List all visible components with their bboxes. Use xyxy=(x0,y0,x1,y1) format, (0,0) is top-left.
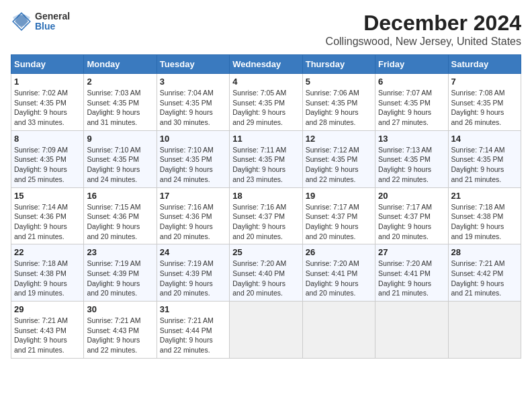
calendar-title: December 2024 xyxy=(326,11,521,36)
calendar-cell: 10Sunrise: 7:10 AMSunset: 4:35 PMDayligh… xyxy=(157,130,229,187)
day-number: 12 xyxy=(306,134,372,144)
day-info: Sunrise: 7:14 AMSunset: 4:36 PMDaylight:… xyxy=(14,202,81,242)
day-info: Sunrise: 7:10 AMSunset: 4:35 PMDaylight:… xyxy=(87,145,153,185)
calendar-cell: 22Sunrise: 7:18 AMSunset: 4:38 PMDayligh… xyxy=(11,244,84,302)
logo: General Blue xyxy=(11,11,70,32)
day-info: Sunrise: 7:10 AMSunset: 4:35 PMDaylight:… xyxy=(160,145,226,185)
day-number: 22 xyxy=(14,247,81,257)
day-info: Sunrise: 7:21 AMSunset: 4:43 PMDaylight:… xyxy=(14,316,81,355)
day-number: 29 xyxy=(14,304,81,314)
day-info: Sunrise: 7:07 AMSunset: 4:35 PMDaylight:… xyxy=(378,88,445,128)
calendar-cell: 12Sunrise: 7:12 AMSunset: 4:35 PMDayligh… xyxy=(302,130,375,187)
day-info: Sunrise: 7:21 AMSunset: 4:42 PMDaylight:… xyxy=(451,259,518,298)
day-info: Sunrise: 7:20 AMSunset: 4:40 PMDaylight:… xyxy=(232,259,299,298)
calendar-header-wednesday: Wednesday xyxy=(230,55,302,74)
calendar-header-sunday: Sunday xyxy=(11,55,84,74)
day-number: 18 xyxy=(232,191,299,201)
day-number: 14 xyxy=(451,134,518,144)
calendar-table: SundayMondayTuesdayWednesdayThursdayFrid… xyxy=(11,54,521,359)
day-info: Sunrise: 7:17 AMSunset: 4:37 PMDaylight:… xyxy=(306,202,372,242)
logo-icon xyxy=(11,11,32,32)
day-info: Sunrise: 7:17 AMSunset: 4:37 PMDaylight:… xyxy=(378,202,445,242)
day-number: 31 xyxy=(160,304,226,314)
day-info: Sunrise: 7:19 AMSunset: 4:39 PMDaylight:… xyxy=(160,259,226,298)
day-number: 8 xyxy=(14,134,81,144)
calendar-cell: 30Sunrise: 7:21 AMSunset: 4:43 PMDayligh… xyxy=(84,302,157,359)
day-number: 5 xyxy=(306,77,372,87)
day-info: Sunrise: 7:18 AMSunset: 4:38 PMDaylight:… xyxy=(451,202,518,242)
calendar-cell: 6Sunrise: 7:07 AMSunset: 4:35 PMDaylight… xyxy=(375,74,448,131)
calendar-cell: 31Sunrise: 7:21 AMSunset: 4:44 PMDayligh… xyxy=(157,302,229,359)
day-number: 2 xyxy=(87,77,153,87)
calendar-header-monday: Monday xyxy=(84,55,157,74)
calendar-cell: 7Sunrise: 7:08 AMSunset: 4:35 PMDaylight… xyxy=(448,74,521,131)
calendar-header-tuesday: Tuesday xyxy=(157,55,229,74)
calendar-cell: 28Sunrise: 7:21 AMSunset: 4:42 PMDayligh… xyxy=(448,244,521,302)
day-number: 10 xyxy=(160,134,226,144)
day-number: 21 xyxy=(451,191,518,201)
calendar-cell: 17Sunrise: 7:16 AMSunset: 4:36 PMDayligh… xyxy=(157,187,229,244)
day-number: 15 xyxy=(14,191,81,201)
calendar-cell: 23Sunrise: 7:19 AMSunset: 4:39 PMDayligh… xyxy=(84,244,157,302)
calendar-cell xyxy=(375,302,448,359)
day-info: Sunrise: 7:21 AMSunset: 4:44 PMDaylight:… xyxy=(160,316,226,355)
calendar-cell: 13Sunrise: 7:13 AMSunset: 4:35 PMDayligh… xyxy=(375,130,448,187)
calendar-cell: 5Sunrise: 7:06 AMSunset: 4:35 PMDaylight… xyxy=(302,74,375,131)
calendar-cell: 4Sunrise: 7:05 AMSunset: 4:35 PMDaylight… xyxy=(230,74,302,131)
day-info: Sunrise: 7:03 AMSunset: 4:35 PMDaylight:… xyxy=(87,88,153,128)
page-header: General Blue December 2024 Collingswood,… xyxy=(11,11,521,48)
day-info: Sunrise: 7:14 AMSunset: 4:35 PMDaylight:… xyxy=(451,145,518,185)
day-info: Sunrise: 7:16 AMSunset: 4:36 PMDaylight:… xyxy=(160,202,226,242)
day-number: 9 xyxy=(87,134,153,144)
day-number: 16 xyxy=(87,191,153,201)
calendar-cell: 9Sunrise: 7:10 AMSunset: 4:35 PMDaylight… xyxy=(84,130,157,187)
calendar-cell: 3Sunrise: 7:04 AMSunset: 4:35 PMDaylight… xyxy=(157,74,229,131)
calendar-week-row: 1Sunrise: 7:02 AMSunset: 4:35 PMDaylight… xyxy=(11,74,521,131)
calendar-week-row: 15Sunrise: 7:14 AMSunset: 4:36 PMDayligh… xyxy=(11,187,521,244)
day-number: 19 xyxy=(306,191,372,201)
calendar-cell: 1Sunrise: 7:02 AMSunset: 4:35 PMDaylight… xyxy=(11,74,84,131)
logo-text: General Blue xyxy=(35,11,70,32)
calendar-cell: 18Sunrise: 7:16 AMSunset: 4:37 PMDayligh… xyxy=(230,187,302,244)
day-number: 25 xyxy=(232,247,299,257)
calendar-header-thursday: Thursday xyxy=(302,55,375,74)
calendar-cell: 11Sunrise: 7:11 AMSunset: 4:35 PMDayligh… xyxy=(230,130,302,187)
day-number: 1 xyxy=(14,77,81,87)
calendar-week-row: 29Sunrise: 7:21 AMSunset: 4:43 PMDayligh… xyxy=(11,302,521,359)
day-info: Sunrise: 7:13 AMSunset: 4:35 PMDaylight:… xyxy=(378,145,445,185)
calendar-cell xyxy=(230,302,302,359)
day-number: 20 xyxy=(378,191,445,201)
day-info: Sunrise: 7:18 AMSunset: 4:38 PMDaylight:… xyxy=(14,259,81,298)
calendar-cell: 20Sunrise: 7:17 AMSunset: 4:37 PMDayligh… xyxy=(375,187,448,244)
calendar-cell xyxy=(302,302,375,359)
calendar-cell: 24Sunrise: 7:19 AMSunset: 4:39 PMDayligh… xyxy=(157,244,229,302)
day-number: 17 xyxy=(160,191,226,201)
calendar-header-saturday: Saturday xyxy=(448,55,521,74)
day-info: Sunrise: 7:16 AMSunset: 4:37 PMDaylight:… xyxy=(232,202,299,242)
day-info: Sunrise: 7:09 AMSunset: 4:35 PMDaylight:… xyxy=(14,145,81,185)
day-info: Sunrise: 7:21 AMSunset: 4:43 PMDaylight:… xyxy=(87,316,153,355)
day-info: Sunrise: 7:02 AMSunset: 4:35 PMDaylight:… xyxy=(14,88,81,128)
day-info: Sunrise: 7:12 AMSunset: 4:35 PMDaylight:… xyxy=(306,145,372,185)
day-info: Sunrise: 7:15 AMSunset: 4:36 PMDaylight:… xyxy=(87,202,153,242)
calendar-cell: 26Sunrise: 7:20 AMSunset: 4:41 PMDayligh… xyxy=(302,244,375,302)
calendar-cell: 25Sunrise: 7:20 AMSunset: 4:40 PMDayligh… xyxy=(230,244,302,302)
calendar-cell: 15Sunrise: 7:14 AMSunset: 4:36 PMDayligh… xyxy=(11,187,84,244)
calendar-header-row: SundayMondayTuesdayWednesdayThursdayFrid… xyxy=(11,55,521,74)
day-number: 23 xyxy=(87,247,153,257)
calendar-cell xyxy=(448,302,521,359)
calendar-week-row: 22Sunrise: 7:18 AMSunset: 4:38 PMDayligh… xyxy=(11,244,521,302)
calendar-cell: 14Sunrise: 7:14 AMSunset: 4:35 PMDayligh… xyxy=(448,130,521,187)
day-info: Sunrise: 7:20 AMSunset: 4:41 PMDaylight:… xyxy=(378,259,445,298)
day-info: Sunrise: 7:06 AMSunset: 4:35 PMDaylight:… xyxy=(306,88,372,128)
logo-line1: General xyxy=(35,11,70,21)
day-number: 27 xyxy=(378,247,445,257)
day-number: 13 xyxy=(378,134,445,144)
day-info: Sunrise: 7:05 AMSunset: 4:35 PMDaylight:… xyxy=(232,88,299,128)
calendar-cell: 19Sunrise: 7:17 AMSunset: 4:37 PMDayligh… xyxy=(302,187,375,244)
calendar-cell: 29Sunrise: 7:21 AMSunset: 4:43 PMDayligh… xyxy=(11,302,84,359)
calendar-subtitle: Collingswood, New Jersey, United States xyxy=(326,36,521,48)
title-block: December 2024 Collingswood, New Jersey, … xyxy=(326,11,521,48)
logo-line2: Blue xyxy=(35,21,70,32)
day-info: Sunrise: 7:11 AMSunset: 4:35 PMDaylight:… xyxy=(232,145,299,185)
